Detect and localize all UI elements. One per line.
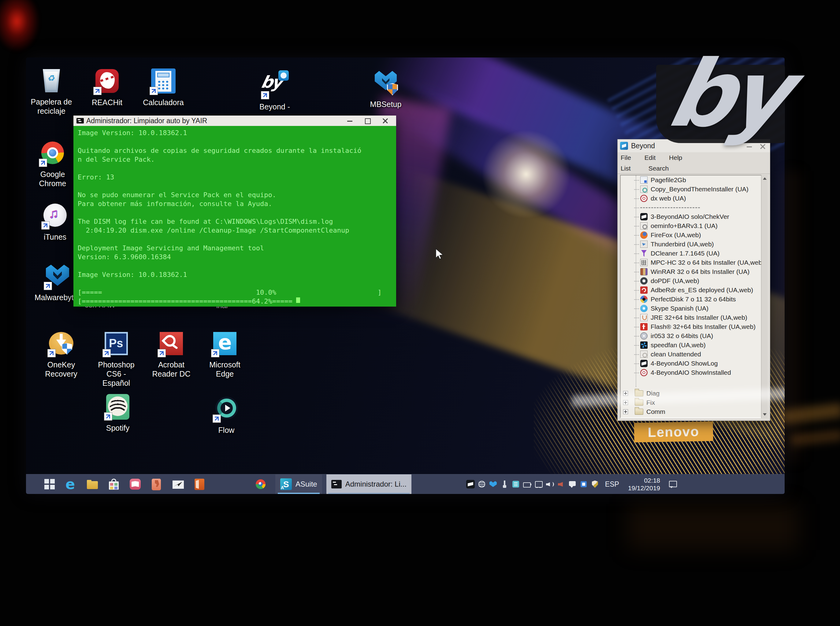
tree-item-row[interactable]: 4-BeyondAIO ShowLog [621, 359, 767, 368]
tree-separator [640, 207, 700, 208]
desktop-icon[interactable]: Microsoft Edge [202, 330, 248, 379]
tree-item-row[interactable]: dx web (UA) [621, 194, 767, 203]
desktop-icon-label: iTunes [32, 232, 78, 241]
tree-item-row[interactable]: Flash® 32+64 bits Installer (UA,web) [621, 322, 767, 331]
cmd-titlebar[interactable]: Administrador: Limpiador auto by YAIR [74, 116, 396, 126]
tree-item-row[interactable]: DCleaner 1.7.1645 (UA) [621, 249, 767, 258]
tree-item-row[interactable]: 3-BeyondAIO solo/ChekVer [621, 212, 767, 221]
tray-icon[interactable] [489, 480, 498, 488]
minimize-button[interactable] [341, 116, 359, 126]
taskbar-pinned-icon[interactable] [254, 477, 267, 491]
taskbar-pinned-icon[interactable] [107, 477, 121, 491]
action-center-icon[interactable] [668, 479, 678, 489]
desktop-icon-image [149, 67, 177, 95]
tree-item-icon [640, 222, 648, 230]
expand-plus-icon[interactable] [623, 409, 628, 414]
language-indicator[interactable]: ESP [605, 480, 619, 488]
tree-item-row[interactable]: ir053 32 o 64bits (UA) [621, 331, 767, 341]
tray-icon[interactable] [534, 480, 543, 488]
taskbar-pinned-icon[interactable] [64, 477, 78, 491]
asuite-icon [280, 478, 292, 490]
tree-item-icon [640, 296, 648, 303]
shortcut-arrow-icon [261, 91, 269, 99]
desktop-icon[interactable]: Google Chrome [30, 139, 75, 188]
tree-item-row[interactable] [621, 203, 767, 212]
taskbar-pinned-icon[interactable] [129, 477, 142, 491]
taskbar-button-asuite[interactable]: ASuite [275, 474, 322, 494]
tray-icon[interactable] [466, 480, 475, 488]
clock[interactable]: 02:18 19/12/2019 [628, 477, 660, 492]
desktop-icon[interactable]: Papelera de reciclaje [28, 67, 74, 116]
tree-folder-row[interactable]: Comm [620, 407, 768, 416]
tree-item-row[interactable]: Skype Spanish (UA) [621, 304, 767, 313]
tree-item-row[interactable]: 4-BeyondAIO ShowInstalled [621, 368, 767, 377]
tree-item-row[interactable]: PerfectDisk 7 o 11 32 o 64bits [621, 295, 767, 304]
maximize-button[interactable] [359, 116, 377, 126]
desktop-icon[interactable]: iTunes [32, 202, 78, 241]
photo-reflection [781, 403, 840, 424]
tree-item-label: ir053 32 o 64bits (UA) [651, 332, 713, 340]
tree-item-row[interactable]: doPDF (UA,web) [621, 276, 767, 285]
tree-item-label: 4-BeyondAIO ShowInstalled [651, 369, 731, 376]
tray-icon[interactable] [512, 480, 520, 488]
tree-item-label: clean Unattended [651, 351, 701, 358]
taskbar-pinned-icon[interactable] [171, 477, 185, 491]
desktop-icon[interactable]: Flow [203, 395, 249, 435]
tree-item-icon [640, 360, 648, 367]
taskbar-pinned-icon[interactable] [150, 477, 163, 491]
tree-item-row[interactable]: Pagefile2Gb [621, 175, 767, 185]
tree-item-icon [640, 323, 648, 330]
toolbar-tab[interactable]: List [621, 165, 631, 172]
tree-item-row[interactable]: Thunderbird (UA,web) [621, 239, 767, 249]
tree-item-row[interactable]: WinRAR 32 o 64 bits Installer (UA) [621, 267, 767, 276]
desktop-icon[interactable]: OneKey Recovery [38, 330, 84, 379]
desktop-icon[interactable]: Spotify [95, 393, 141, 432]
photo-side-glow [783, 171, 801, 462]
scrollbar[interactable] [761, 175, 768, 418]
desktop-icon[interactable]: Photoshop CS6 - Español [93, 330, 139, 388]
mouse-cursor [434, 248, 446, 260]
tray-icon[interactable] [545, 480, 554, 488]
tree-item-row[interactable]: oeminfo+BARv3.1 (UA) [621, 221, 767, 230]
desktop-icon-label: Beyond - [252, 102, 298, 111]
tray-icon[interactable] [500, 480, 509, 488]
desktop-icon[interactable]: Calculadora [140, 67, 186, 107]
tray-icon[interactable] [591, 480, 599, 488]
tree-item-row[interactable]: JRE 32+64 bits Installer (UA,web) [621, 313, 767, 322]
desktop-icon-image [372, 69, 400, 97]
tree-item-row[interactable]: Copy_BeyondThemeInstaller (UA) [621, 185, 767, 194]
desktop-icon-image [39, 139, 67, 167]
desktop-icon-label: OneKey Recovery [38, 360, 84, 379]
tray-icon[interactable] [568, 480, 576, 488]
tree-item-row[interactable]: MPC-HC 32 o 64 bits Installer (UA,web) [621, 258, 767, 267]
desktop-icon[interactable]: MBSetup [363, 69, 409, 109]
tree-item-row[interactable]: speedfan (UA,web) [621, 341, 767, 350]
tray-icon[interactable] [579, 480, 588, 488]
desktop-icon-image [93, 67, 121, 95]
shortcut-arrow-icon [104, 412, 112, 421]
taskbar-pinned-icon[interactable] [43, 477, 56, 491]
desktop-icon[interactable]: Acrobat Reader DC [148, 330, 194, 379]
desktop-icon-label: Google Chrome [30, 170, 75, 188]
desktop-icon[interactable]: REACHit [84, 67, 130, 107]
desktop-icon[interactable]: Beyond - [252, 72, 298, 111]
taskbar-button-administrador[interactable]: Administrador: Li... [327, 474, 411, 494]
tree-item-icon [640, 186, 648, 193]
tree-item-icon [640, 277, 648, 285]
tree-item-row[interactable]: clean Unattended [621, 350, 767, 359]
tray-icon[interactable] [523, 480, 531, 488]
tree-item-row[interactable]: FireFox (UA,web) [621, 230, 767, 239]
taskbar-pinned-icon[interactable] [86, 477, 99, 491]
tray-icon[interactable] [557, 480, 565, 488]
shortcut-arrow-icon [47, 349, 56, 357]
tray-icon[interactable] [477, 480, 486, 488]
tree-item-row[interactable]: AdbeRdr es_ES deployed (UA,web) [621, 285, 767, 295]
tree-item-label: Skype Spanish (UA) [651, 305, 708, 312]
toolbar-tab[interactable]: Search [648, 165, 669, 172]
taskbar-pinned-icon[interactable] [193, 477, 206, 491]
menu-item[interactable]: File [621, 154, 631, 161]
close-button[interactable] [377, 116, 394, 126]
menu-item[interactable]: Edit [645, 154, 656, 161]
desktop-icon-image [37, 67, 66, 95]
menu-item[interactable]: Help [669, 154, 682, 161]
